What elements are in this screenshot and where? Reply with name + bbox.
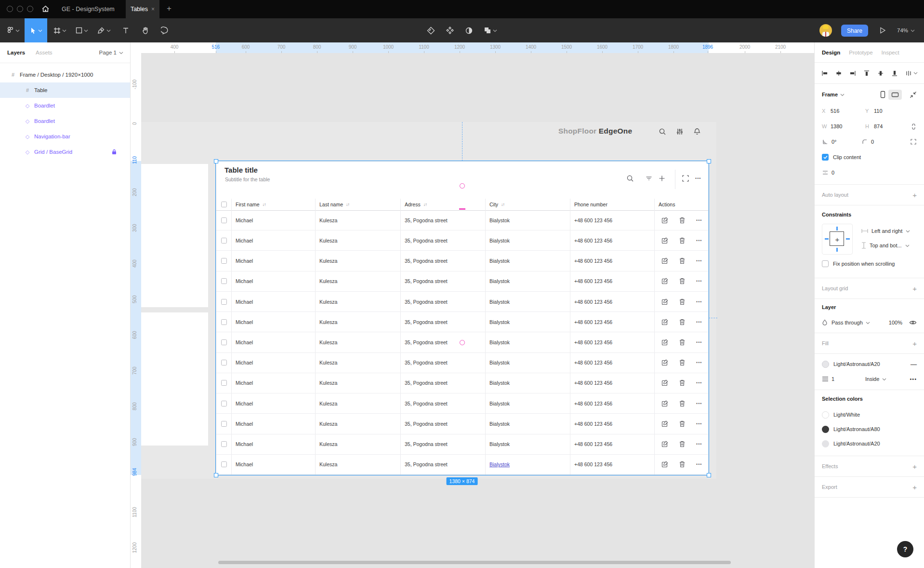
portrait-orientation-icon[interactable]	[880, 91, 885, 98]
align-h-center-icon[interactable]	[835, 69, 843, 77]
fix-position-checkbox[interactable]	[822, 260, 829, 267]
boardlet-frame[interactable]	[141, 312, 208, 446]
rotation-input[interactable]: 0°	[832, 139, 861, 145]
shrink-to-fit-icon[interactable]	[910, 91, 917, 98]
stroke-color-name[interactable]: Light/Astronaut/A20	[833, 361, 880, 367]
boolean-operations-button[interactable]	[480, 18, 501, 42]
constrain-proportions-icon[interactable]	[911, 123, 917, 130]
page-selector[interactable]: Page 1	[99, 50, 123, 55]
layer-label: Boardlet	[34, 118, 55, 124]
tidy-up-icon[interactable]	[905, 69, 918, 77]
add-auto-layout-button[interactable]: +	[912, 191, 917, 199]
window-minimize-button[interactable]	[17, 6, 23, 12]
tab-assets[interactable]: Assets	[36, 50, 53, 55]
ruler-tick-label: 1400	[526, 44, 536, 50]
window-close-button[interactable]	[7, 6, 13, 12]
align-v-center-icon[interactable]	[877, 69, 884, 77]
zoom-menu[interactable]: 74%	[897, 18, 915, 42]
frame-type-dropdown[interactable]: Frame	[822, 92, 838, 97]
selection-color-row[interactable]: Light/Astronaut/A20	[815, 436, 924, 451]
layer-row[interactable]: # Frame / Desktop / 1920×1000	[0, 67, 130, 82]
new-tab-button[interactable]: +	[163, 0, 175, 18]
window-zoom-button[interactable]	[27, 6, 33, 12]
layer-row[interactable]: ◇ Grid / BaseGrid	[0, 144, 130, 160]
selection-handle-bottom-left[interactable]	[214, 473, 218, 477]
add-fill-button[interactable]: +	[912, 339, 917, 348]
add-effect-button[interactable]: +	[912, 462, 917, 471]
boardlet-frame[interactable]	[141, 164, 208, 307]
tab-layers[interactable]: Layers	[7, 50, 25, 55]
remove-stroke-button[interactable]: —	[911, 361, 917, 368]
table-frame[interactable]: Table title Subtitle for the table ••• F…	[216, 161, 709, 475]
layer-row[interactable]: # Table	[0, 82, 130, 98]
shape-tool-button[interactable]	[73, 18, 91, 42]
move-tool-button[interactable]	[25, 18, 47, 42]
align-bottom-icon[interactable]	[891, 69, 898, 77]
align-left-icon[interactable]	[821, 69, 829, 77]
tab-ge-designsystem[interactable]: GE - DesignSystem	[62, 0, 115, 18]
help-button[interactable]: ?	[897, 541, 913, 557]
stroke-options-icon[interactable]: •••	[910, 376, 917, 382]
clip-content-checkbox[interactable]	[822, 154, 829, 161]
use-as-mask-button[interactable]	[461, 18, 476, 42]
horizontal-ruler[interactable]: 4005166007008009001000110012001300140015…	[131, 42, 814, 53]
stroke-align-dropdown[interactable]: Inside	[865, 376, 879, 382]
tab-close-icon[interactable]: ×	[151, 6, 155, 13]
selection-handle-top-right[interactable]	[707, 159, 711, 163]
layer-label: Frame / Desktop / 1920×1000	[20, 72, 93, 78]
frame-tool-button[interactable]	[51, 18, 68, 42]
tab-inspect[interactable]: Inspect	[882, 50, 899, 55]
independent-corners-icon[interactable]	[910, 138, 917, 145]
horizontal-constraint-dropdown[interactable]: Left and right	[861, 224, 910, 238]
tab-prototype[interactable]: Prototype	[849, 50, 872, 55]
align-top-icon[interactable]	[863, 69, 871, 77]
create-component-button[interactable]	[442, 18, 458, 42]
height-input[interactable]: 874	[874, 123, 909, 129]
width-input[interactable]: 1380	[831, 123, 865, 129]
y-input[interactable]: 110	[874, 108, 909, 114]
hand-tool-button[interactable]	[138, 18, 153, 42]
home-icon[interactable]	[41, 5, 50, 13]
lock-icon[interactable]	[112, 149, 117, 155]
canvas[interactable]: ShopFloor EdgeOne Table title Subtitle f…	[131, 42, 814, 568]
share-button[interactable]: Share	[841, 25, 868, 37]
selection-color-row[interactable]: Light/White	[815, 407, 924, 422]
cell-first-name: Michael	[232, 353, 316, 373]
corner-radius-input[interactable]: 0	[871, 139, 901, 145]
pen-tool-button[interactable]	[95, 18, 113, 42]
tab-tables[interactable]: Tables ×	[126, 0, 159, 18]
vertical-constraint-dropdown[interactable]: Top and bot...	[861, 238, 910, 253]
opacity-input[interactable]: 100%	[889, 320, 902, 325]
figma-menu-button[interactable]	[4, 18, 22, 42]
align-right-icon[interactable]	[849, 69, 857, 77]
present-button[interactable]	[879, 27, 886, 34]
cell-last-name: Kulesza	[316, 210, 401, 230]
add-export-button[interactable]: +	[912, 483, 917, 491]
text-tool-button[interactable]	[119, 18, 133, 42]
tab-design[interactable]: Design	[822, 50, 840, 55]
cell-first-name: Michael	[232, 230, 316, 250]
layer-row[interactable]: ◇ Navigation-bar	[0, 129, 130, 144]
cell-phone: +48 600 123 456	[570, 434, 655, 454]
stroke-color-swatch[interactable]	[822, 361, 829, 368]
layer-row[interactable]: ◇ Boardlet	[0, 113, 130, 129]
layer-row[interactable]: ◇ Boardlet	[0, 98, 130, 113]
selection-handle-top-left[interactable]	[214, 159, 218, 163]
horizontal-scrollbar[interactable]	[218, 561, 731, 564]
cell-city: Bialystok	[486, 210, 570, 230]
selection-color-row[interactable]: Light/Astronaut/A80	[815, 422, 924, 436]
stroke-width-input[interactable]: 1	[832, 376, 865, 382]
spacing-input[interactable]: 0	[832, 170, 866, 176]
visibility-eye-icon[interactable]	[909, 320, 917, 325]
cell-address: 35, Pogodna street	[401, 373, 486, 393]
add-layout-grid-button[interactable]: +	[912, 284, 917, 293]
comment-tool-button[interactable]	[157, 18, 172, 42]
constraints-widget[interactable]: +	[822, 224, 853, 255]
reset-instance-button[interactable]	[423, 18, 438, 42]
blend-mode-dropdown[interactable]: Pass through	[832, 320, 863, 325]
vertical-ruler[interactable]: -100011020030040050060070080090098411001…	[131, 53, 141, 568]
landscape-orientation-icon[interactable]	[888, 90, 902, 100]
avatar[interactable]	[819, 24, 832, 37]
x-input[interactable]: 516	[831, 108, 865, 114]
selection-handle-bottom-right[interactable]	[707, 473, 711, 477]
